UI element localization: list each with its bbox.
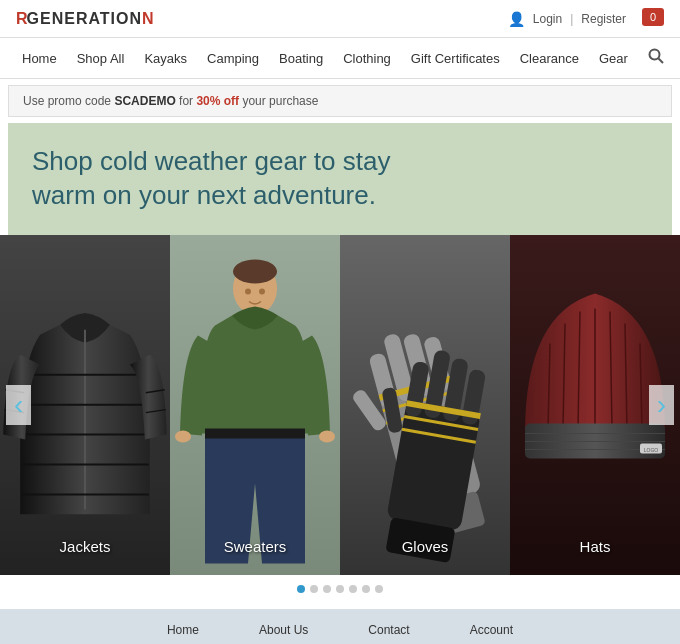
- svg-point-2: [649, 50, 659, 60]
- svg-point-19: [319, 430, 335, 442]
- footer: Home About Us Contact Account: [0, 609, 680, 644]
- nav-clearance[interactable]: Clearance: [510, 39, 589, 78]
- cart-icon[interactable]: 0: [642, 8, 664, 29]
- hero-line1: Shop cold weather gear to stay: [32, 146, 390, 176]
- carousel-dots: [0, 575, 680, 603]
- promo-code: SCADEMO: [114, 94, 175, 108]
- footer-account[interactable]: Account: [470, 623, 513, 637]
- footer-about[interactable]: About Us: [259, 623, 308, 637]
- svg-point-21: [259, 288, 265, 294]
- sweaters-label: Sweaters: [170, 538, 340, 555]
- hero-banner: Shop cold weather gear to stay warm on y…: [8, 123, 672, 235]
- hero-heading: Shop cold weather gear to stay warm on y…: [32, 145, 648, 213]
- login-link[interactable]: Login: [533, 12, 562, 26]
- svg-point-18: [175, 430, 191, 442]
- top-right-area: 👤 Login | Register 0: [508, 8, 664, 29]
- nav-clothing[interactable]: Clothing: [333, 39, 401, 78]
- hats-label: Hats: [510, 538, 680, 555]
- carousel-dot-1[interactable]: [297, 585, 305, 593]
- gloves-label: Gloves: [340, 538, 510, 555]
- hero-line2: warm on your next adventure.: [32, 180, 376, 210]
- nav-gear[interactable]: Gear: [589, 39, 638, 78]
- user-icon: 👤: [508, 11, 525, 27]
- jackets-label: Jackets: [0, 538, 170, 555]
- product-carousel: ‹: [0, 235, 680, 575]
- carousel-dot-3[interactable]: [323, 585, 331, 593]
- carousel-dot-5[interactable]: [349, 585, 357, 593]
- footer-home[interactable]: Home: [167, 623, 199, 637]
- divider: |: [570, 12, 573, 26]
- svg-line-3: [658, 59, 663, 64]
- nav-boating[interactable]: Boating: [269, 39, 333, 78]
- site-logo: RGENERATIONN: [16, 8, 153, 29]
- promo-text: Use promo code SCADEMO for 30% off your …: [23, 94, 318, 108]
- register-link[interactable]: Register: [581, 12, 626, 26]
- footer-contact[interactable]: Contact: [368, 623, 409, 637]
- top-bar: RGENERATIONN 👤 Login | Register 0: [0, 0, 680, 38]
- nav-bar: Home Shop All Kayaks Camping Boating Clo…: [0, 38, 680, 79]
- carousel-dot-2[interactable]: [310, 585, 318, 593]
- svg-rect-17: [205, 428, 305, 438]
- nav-camping[interactable]: Camping: [197, 39, 269, 78]
- nav-gift-certificates[interactable]: Gift Certificates: [401, 39, 510, 78]
- svg-text:LOGO: LOGO: [644, 446, 659, 452]
- nav-shop-all[interactable]: Shop All: [67, 39, 135, 78]
- carousel-dot-6[interactable]: [362, 585, 370, 593]
- svg-point-20: [245, 288, 251, 294]
- promo-percent: 30% off: [196, 94, 239, 108]
- carousel-dot-7[interactable]: [375, 585, 383, 593]
- product-gloves[interactable]: Gloves: [340, 235, 510, 575]
- nav-home[interactable]: Home: [12, 39, 67, 78]
- carousel-arrow-right[interactable]: ›: [649, 385, 674, 425]
- carousel-dot-4[interactable]: [336, 585, 344, 593]
- nav-kayaks[interactable]: Kayaks: [134, 39, 197, 78]
- search-icon[interactable]: [638, 38, 674, 78]
- product-sweaters[interactable]: Sweaters: [170, 235, 340, 575]
- svg-text:0: 0: [650, 11, 656, 23]
- carousel-arrow-left[interactable]: ‹: [6, 385, 31, 425]
- promo-bar: Use promo code SCADEMO for 30% off your …: [8, 85, 672, 117]
- svg-point-15: [233, 259, 277, 283]
